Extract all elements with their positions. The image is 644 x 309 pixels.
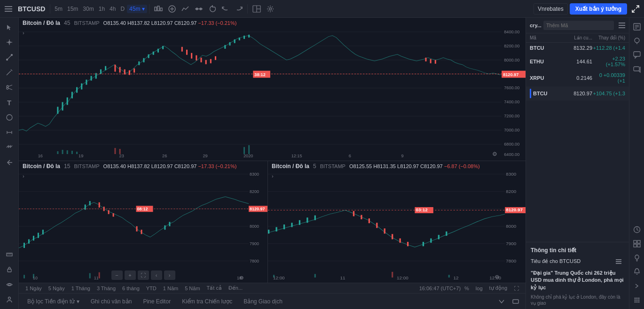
compare-icon[interactable] (179, 3, 192, 15)
draw-tool[interactable] (2, 66, 16, 79)
zoom-tool[interactable] (2, 141, 16, 154)
text-tool[interactable]: T (2, 96, 16, 109)
svg-rect-160 (89, 273, 91, 278)
log-btn[interactable]: log (473, 285, 486, 292)
next-btn[interactable]: › (164, 270, 175, 280)
info-menu-icon[interactable] (613, 257, 624, 266)
svg-text:29: 29 (203, 154, 208, 158)
bell-icon[interactable] (631, 266, 643, 278)
svg-rect-78 (162, 46, 164, 49)
watchlist-item[interactable]: ETHU 144.61 +2.23 (+1.57% (526, 54, 629, 70)
measure-tool[interactable] (2, 126, 16, 139)
arrow-icon[interactable] (631, 280, 643, 292)
chat-icon[interactable] (631, 49, 643, 61)
ideas-icon[interactable] (631, 35, 643, 47)
period-1d[interactable]: 1 Ngày (23, 285, 45, 292)
svg-rect-100 (435, 60, 436, 64)
chart-bottom-left: Bitcoin / Đô la 15 BITSTAMP O8135.40 H81… (19, 161, 268, 283)
person-icon[interactable] (2, 293, 16, 306)
fullscreen-icon[interactable] (629, 3, 642, 15)
prev-btn[interactable]: ‹ (151, 270, 162, 280)
period-all[interactable]: Tất cả (204, 284, 225, 292)
svg-rect-182 (283, 224, 285, 229)
chart-br-expand[interactable]: › (272, 173, 274, 179)
tf-d[interactable]: D (118, 5, 127, 13)
add-indicator-icon[interactable] (165, 3, 179, 15)
chart-type-icon[interactable] (151, 3, 165, 15)
symbol-label[interactable]: BTCUSD (18, 5, 45, 13)
grid-icon[interactable] (631, 238, 643, 250)
period-1m[interactable]: 1 Tháng (69, 285, 93, 292)
period-5y[interactable]: 5 Năm (182, 285, 203, 292)
expand-btn[interactable]: › (23, 30, 24, 36)
tf-4h[interactable]: 4h (107, 5, 118, 13)
cursor-tool[interactable] (2, 21, 16, 34)
hamburger-icon[interactable] (2, 3, 15, 15)
svg-point-10 (196, 8, 198, 10)
chart-bl-expand[interactable]: › (23, 173, 24, 179)
fullscreen-btn[interactable]: ⛶ (138, 270, 149, 280)
period-6m[interactable]: 6 tháng (119, 285, 142, 292)
svg-text:6: 6 (349, 154, 351, 158)
tf-15m[interactable]: 15m (65, 5, 80, 13)
svg-rect-215 (619, 23, 625, 23)
svg-rect-147 (99, 202, 100, 208)
svg-rect-82 (239, 38, 240, 40)
collapse-bottom-btn[interactable] (495, 297, 508, 306)
publish-button[interactable]: Xuất bản ý tưởng (570, 3, 627, 15)
redo-icon[interactable] (232, 3, 245, 15)
fullscreen-chart-btn[interactable]: ⛶ (511, 284, 522, 293)
watchlist-menu-icon[interactable] (616, 21, 628, 30)
period-5d[interactable]: 5 Ngày (46, 285, 68, 292)
tf-5m[interactable]: 5m (52, 5, 65, 13)
tab-strategy[interactable]: Kiểm tra Chiến lược (177, 296, 237, 307)
tab-notes[interactable]: Ghi chú văn bản (86, 296, 137, 307)
period-1y[interactable]: 1 Năm (160, 285, 181, 292)
svg-rect-81 (234, 39, 236, 43)
watchlist-item[interactable]: BTCU 8132.29 +112.28 (+1.4 (526, 43, 629, 54)
chat2-icon[interactable] (631, 63, 643, 75)
watchlist-item[interactable]: XRPU 0.2146 0 +0.00339 (+1 (526, 70, 629, 86)
clock-icon[interactable] (631, 224, 643, 236)
scissors-tool[interactable] (2, 81, 16, 94)
period-3m[interactable]: 3 Tháng (94, 285, 118, 292)
dots-grid-icon[interactable] (631, 294, 643, 306)
goto-btn[interactable]: Đến... (226, 284, 245, 292)
tf-30m[interactable]: 30m (80, 5, 96, 13)
wl-symbol-2: ETHU (530, 59, 562, 64)
undo-icon[interactable] (219, 3, 232, 15)
crosshair-tool[interactable] (2, 36, 16, 49)
back-arrow-icon[interactable] (2, 156, 16, 169)
percent-btn[interactable]: % (462, 285, 472, 292)
period-ytd[interactable]: YTD (143, 285, 159, 292)
svg-point-245 (638, 301, 639, 303)
auto-btn[interactable]: tự động (487, 284, 510, 292)
lock-tool[interactable] (2, 263, 16, 276)
col-symbol: Mã (530, 35, 562, 40)
svg-text:23: 23 (119, 154, 124, 158)
layout-icon[interactable] (250, 3, 264, 15)
tf-1h[interactable]: 1h (96, 5, 107, 13)
watchlist-icon[interactable] (631, 21, 643, 33)
tab-trading[interactable]: Bảng Giao dịch (239, 296, 287, 307)
ruler-tool[interactable] (2, 248, 16, 261)
tab-filter[interactable]: Bộ lọc Tiền điện tử ▾ (23, 296, 84, 307)
tf-45m[interactable]: 45m ▾ (127, 5, 147, 13)
indicators-icon[interactable] (192, 3, 206, 15)
vnrebates-button[interactable]: Vnrebates (534, 3, 568, 15)
settings-icon[interactable] (264, 3, 277, 15)
eye-tool[interactable] (2, 278, 16, 291)
shapes-tool[interactable] (2, 111, 16, 124)
bulb-icon[interactable] (631, 252, 643, 264)
tab-pine[interactable]: Pine Editor (138, 296, 175, 307)
wl-symbol-4: BTCU (533, 91, 562, 96)
svg-rect-3 (155, 7, 157, 11)
symbol-search-input[interactable] (543, 21, 614, 30)
zoom-plus-btn[interactable]: + (125, 270, 136, 280)
expand-bottom-btn[interactable] (510, 297, 522, 306)
svg-rect-91 (186, 50, 188, 55)
watchlist-item-active[interactable]: BTCU 8120.97 +104.75 (+1.3 (526, 86, 629, 101)
trend-line-tool[interactable] (2, 51, 16, 64)
replay-icon[interactable] (206, 3, 219, 15)
zoom-minus-btn[interactable]: − (111, 270, 123, 280)
